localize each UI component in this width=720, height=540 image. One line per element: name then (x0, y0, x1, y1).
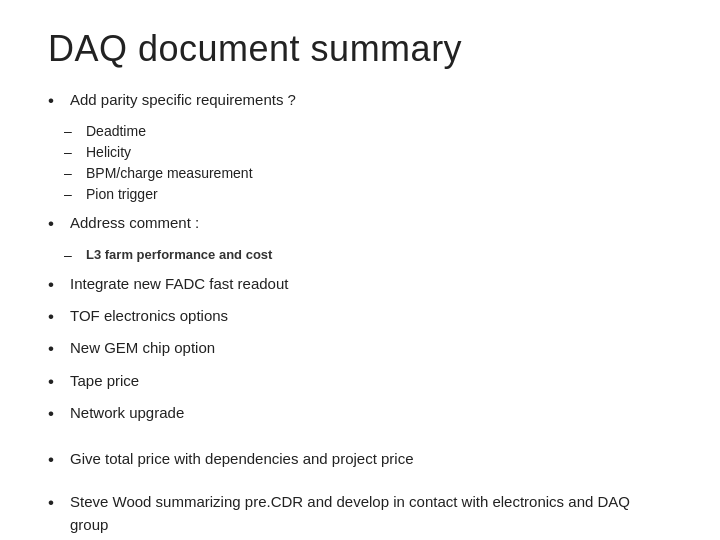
bullet-marker: • (48, 88, 70, 114)
bullet-give: • Give total price with dependencies and… (48, 447, 672, 473)
bullet-give-text: Give total price with dependencies and p… (70, 447, 672, 470)
slide-title: DAQ document summary (48, 28, 672, 70)
sub-pion: – Pion trigger (64, 184, 672, 205)
bullet-marker: • (48, 447, 70, 473)
bullet-marker: • (48, 211, 70, 237)
slide-content: • Add parity specific requirements ? – D… (48, 88, 672, 538)
sub-helicity: – Helicity (64, 142, 672, 163)
bullet-steve: • Steve Wood summarizing pre.CDR and dev… (48, 490, 672, 537)
sub-bpm-text: BPM/charge measurement (86, 163, 672, 184)
bullet-marker: • (48, 272, 70, 298)
sub-helicity-text: Helicity (86, 142, 672, 163)
sub-dash: – (64, 163, 86, 184)
sub-l3: – L3 farm performance and cost (64, 245, 672, 266)
sub-bpm: – BPM/charge measurement (64, 163, 672, 184)
sub-dash: – (64, 245, 86, 266)
bullet-integrate: • Integrate new FADC fast readout (48, 272, 672, 298)
sub-pion-text: Pion trigger (86, 184, 672, 205)
bullet-gem-text: New GEM chip option (70, 336, 672, 359)
bullet-network: • Network upgrade (48, 401, 672, 427)
sub-dash: – (64, 142, 86, 163)
bullet-tof: • TOF electronics options (48, 304, 672, 330)
bullet-marker: • (48, 304, 70, 330)
sub-deadtime: – Deadtime (64, 121, 672, 142)
bullet-address: • Address comment : (48, 211, 672, 237)
bullet-marker: • (48, 490, 70, 516)
sub-list-address: – L3 farm performance and cost (64, 245, 672, 266)
spacer (48, 480, 672, 486)
sub-dash: – (64, 121, 86, 142)
bullet-parity-text: Add parity specific requirements ? (70, 88, 672, 111)
bullet-tape: • Tape price (48, 369, 672, 395)
bullet-network-text: Network upgrade (70, 401, 672, 424)
bullet-integrate-text: Integrate new FADC fast readout (70, 272, 672, 295)
sub-list-parity: – Deadtime – Helicity – BPM/charge measu… (64, 121, 672, 205)
bullet-marker: • (48, 369, 70, 395)
sub-deadtime-text: Deadtime (86, 121, 672, 142)
slide: DAQ document summary • Add parity specif… (0, 0, 720, 540)
bullet-address-text: Address comment : (70, 211, 672, 234)
bullet-parity: • Add parity specific requirements ? (48, 88, 672, 114)
bullet-tape-text: Tape price (70, 369, 672, 392)
spacer (48, 433, 672, 443)
sub-l3-text: L3 farm performance and cost (86, 245, 672, 265)
bullet-marker: • (48, 336, 70, 362)
bullet-gem: • New GEM chip option (48, 336, 672, 362)
bullet-marker: • (48, 401, 70, 427)
bullet-steve-text: Steve Wood summarizing pre.CDR and devel… (70, 490, 672, 537)
bullet-tof-text: TOF electronics options (70, 304, 672, 327)
sub-dash: – (64, 184, 86, 205)
